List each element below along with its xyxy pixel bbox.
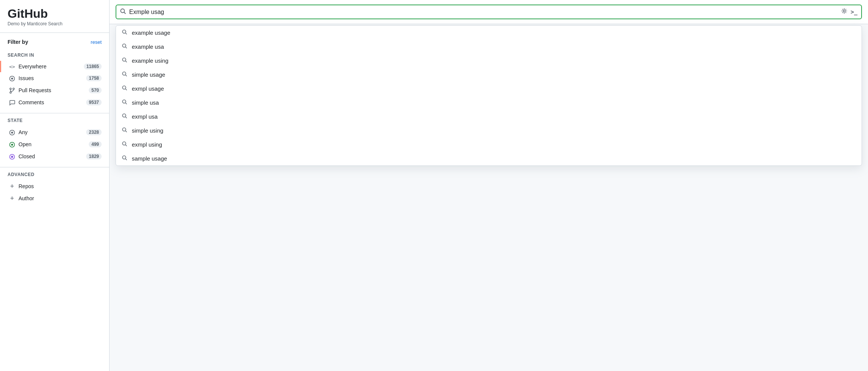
- svg-point-19: [122, 58, 126, 61]
- autocomplete-item-9[interactable]: sample usage: [116, 151, 862, 165]
- autocomplete-item-2[interactable]: example using: [116, 54, 862, 68]
- svg-point-4: [10, 92, 11, 93]
- autocomplete-text-8: exmpl using: [132, 141, 162, 148]
- search-icon: [120, 8, 126, 15]
- autocomplete-search-icon-3: [122, 71, 128, 78]
- svg-point-9: [11, 144, 13, 146]
- svg-point-25: [122, 100, 126, 103]
- svg-point-7: [11, 132, 13, 134]
- logo-section: GitHub Demo by Manticore Search: [0, 8, 109, 33]
- sidebar-item-closed-left: Closed: [9, 153, 35, 160]
- sidebar-item-open-left: Open: [9, 141, 31, 148]
- svg-point-3: [13, 88, 14, 90]
- author-label: Author: [19, 195, 34, 201]
- svg-point-31: [122, 142, 126, 145]
- autocomplete-item-1[interactable]: example usa: [116, 40, 862, 54]
- filter-by-label: Filter by: [8, 39, 28, 45]
- autocomplete-text-5: simple usa: [132, 99, 159, 106]
- autocomplete-text-0: example usage: [132, 29, 170, 36]
- reset-link[interactable]: reset: [91, 39, 102, 45]
- divider-1: [0, 113, 109, 113]
- terminal-icon[interactable]: >_: [851, 9, 857, 15]
- autocomplete-search-icon-9: [122, 155, 128, 162]
- autocomplete-item-5[interactable]: simple usa: [116, 96, 862, 110]
- closed-icon: [9, 153, 15, 160]
- autocomplete-search-icon-0: [122, 29, 128, 36]
- sidebar-item-everywhere[interactable]: <> Everywhere 11865: [0, 61, 109, 72]
- autocomplete-text-9: sample usage: [132, 155, 167, 162]
- svg-line-24: [125, 89, 127, 90]
- search-in-label: Search in: [0, 53, 109, 58]
- autocomplete-search-icon-7: [122, 127, 128, 134]
- sidebar-item-pr-left: Pull Requests: [9, 87, 51, 94]
- svg-point-2: [10, 88, 11, 90]
- autocomplete-item-6[interactable]: exmpl usa: [116, 110, 862, 124]
- github-logo: GitHub: [8, 8, 102, 20]
- sidebar-item-repos-left: + Repos: [9, 183, 34, 190]
- comment-icon: [9, 99, 15, 106]
- sidebar-item-author[interactable]: + Author: [0, 192, 109, 204]
- autocomplete-text-4: exmpl usage: [132, 85, 164, 92]
- closed-label: Closed: [19, 153, 35, 159]
- svg-line-18: [125, 47, 127, 48]
- autocomplete-item-0[interactable]: example usage: [116, 26, 862, 40]
- svg-line-34: [125, 159, 127, 160]
- sidebar-item-comments[interactable]: Comments 9537: [0, 96, 109, 108]
- autocomplete-text-2: example using: [132, 57, 168, 64]
- sidebar-item-closed[interactable]: Closed 1829: [0, 150, 109, 162]
- search-area: >_ example usage: [110, 0, 868, 24]
- svg-point-29: [122, 128, 126, 131]
- sidebar-item-open[interactable]: Open 499: [0, 138, 109, 150]
- demo-subtitle: Demo by Manticore Search: [8, 21, 102, 26]
- comments-count: 9537: [86, 99, 102, 105]
- search-actions: >_: [841, 8, 857, 16]
- sidebar-item-pull-requests[interactable]: Pull Requests 570: [0, 84, 109, 96]
- autocomplete-item-7[interactable]: simple using: [116, 124, 862, 138]
- any-label: Any: [19, 129, 28, 135]
- svg-line-30: [125, 131, 127, 132]
- svg-point-21: [122, 72, 126, 75]
- autocomplete-search-icon-8: [122, 141, 128, 148]
- sidebar-item-author-left: + Author: [9, 195, 34, 202]
- pr-icon: [9, 87, 15, 94]
- code-icon: <>: [9, 64, 15, 70]
- autocomplete-text-1: example usa: [132, 43, 164, 50]
- svg-point-27: [122, 114, 126, 117]
- sidebar-item-repos[interactable]: + Repos: [0, 180, 109, 192]
- sidebar: GitHub Demo by Manticore Search Filter b…: [0, 0, 110, 371]
- autocomplete-search-icon-4: [122, 85, 128, 92]
- sidebar-item-everywhere-left: <> Everywhere: [9, 63, 46, 70]
- any-icon: [9, 129, 15, 136]
- search-input[interactable]: [129, 9, 841, 15]
- svg-point-17: [122, 44, 126, 47]
- svg-line-20: [125, 61, 127, 62]
- autocomplete-item-4[interactable]: exmpl usage: [116, 82, 862, 96]
- autocomplete-search-icon-1: [122, 43, 128, 50]
- svg-line-32: [125, 145, 127, 146]
- open-count: 499: [89, 141, 102, 147]
- any-count: 2328: [86, 129, 102, 135]
- autocomplete-search-icon-2: [122, 57, 128, 64]
- autocomplete-item-8[interactable]: exmpl using: [116, 138, 862, 151]
- sidebar-item-issues-left: Issues: [9, 75, 34, 82]
- advanced-label: Advanced: [0, 172, 109, 177]
- svg-point-33: [122, 156, 126, 159]
- sidebar-item-any[interactable]: Any 2328: [0, 126, 109, 138]
- issues-label: Issues: [19, 75, 34, 81]
- state-label: State: [0, 118, 109, 123]
- everywhere-label: Everywhere: [19, 63, 46, 70]
- autocomplete-item-3[interactable]: simple usage: [116, 68, 862, 82]
- svg-line-26: [125, 103, 127, 104]
- sidebar-item-issues[interactable]: Issues 1758: [0, 72, 109, 84]
- svg-line-28: [125, 117, 127, 118]
- svg-point-15: [122, 30, 126, 33]
- issues-count: 1758: [86, 75, 102, 81]
- filter-header: Filter by reset: [8, 39, 102, 45]
- autocomplete-text-6: exmpl usa: [132, 113, 158, 120]
- pr-count: 570: [89, 87, 102, 93]
- svg-line-22: [125, 75, 127, 76]
- pr-label: Pull Requests: [19, 87, 51, 93]
- svg-point-14: [843, 10, 845, 12]
- comments-label: Comments: [19, 99, 44, 105]
- settings-icon[interactable]: [841, 8, 848, 16]
